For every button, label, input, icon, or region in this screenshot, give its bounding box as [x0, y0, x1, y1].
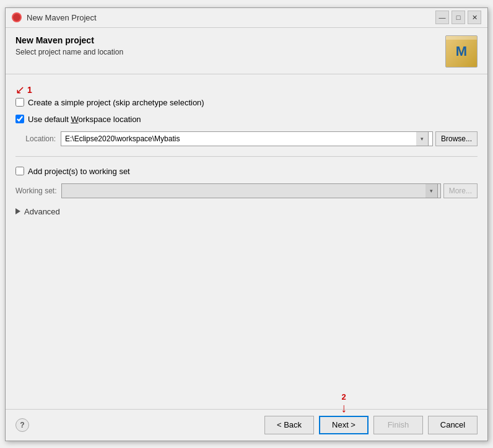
svg-point-0: [13, 14, 20, 21]
title-bar: New Maven Project — □ ✕: [6, 8, 487, 28]
working-set-label: Working set:: [15, 187, 56, 195]
title-controls: — □ ✕: [435, 11, 481, 24]
advanced-label: Advanced: [24, 207, 60, 216]
use-default-workspace-label[interactable]: Use default Workspace location: [15, 115, 478, 124]
footer-section: ? < Back 2 ↓ Next > Finish Cancel: [6, 409, 487, 441]
footer-buttons: < Back 2 ↓ Next > Finish Cancel: [264, 416, 478, 434]
working-set-input: [64, 187, 425, 195]
header-text: New Maven project Select project name an…: [15, 35, 445, 56]
back-button[interactable]: < Back: [264, 416, 314, 434]
arrow1-icon: ↙: [15, 83, 25, 97]
location-input-wrap: ▾ Browse...: [61, 131, 478, 146]
working-set-input-wrap: ▾ More...: [61, 183, 478, 198]
annotation-num-2: 2: [341, 392, 346, 402]
footer-left: ?: [15, 418, 29, 432]
dialog-subtitle: Select project name and location: [15, 48, 445, 56]
help-button[interactable]: ?: [15, 418, 29, 432]
annotation-row-1: ↙ 1: [15, 83, 478, 97]
browse-button[interactable]: Browse...: [435, 131, 478, 146]
add-working-set-row: Add project(s) to working set: [15, 167, 478, 176]
minimize-button[interactable]: —: [435, 11, 449, 24]
divider-1: [15, 156, 478, 157]
window-title: New Maven Project: [27, 13, 97, 22]
next-button[interactable]: Next >: [319, 416, 369, 434]
location-dropdown-arrow[interactable]: ▾: [416, 131, 429, 146]
finish-button[interactable]: Finish: [373, 416, 423, 434]
create-simple-row: ↙ 1 Create a simple project (skip archet…: [15, 83, 478, 107]
advanced-triangle-icon: [15, 208, 20, 214]
arrow2-icon: ↓: [341, 402, 347, 414]
create-simple-project-checkbox[interactable]: [15, 98, 24, 107]
add-working-set-label[interactable]: Add project(s) to working set: [15, 167, 478, 176]
dialog-title: New Maven project: [15, 35, 445, 45]
add-working-set-checkbox[interactable]: [15, 167, 24, 175]
header-section: New Maven project Select project name an…: [6, 28, 487, 74]
annotation-2: 2 ↓: [341, 392, 347, 414]
maximize-button[interactable]: □: [452, 11, 465, 24]
working-set-dropdown-arrow: ▾: [425, 183, 438, 198]
use-default-workspace-text: Use default Workspace location: [28, 115, 141, 124]
use-default-workspace-row: Use default Workspace location: [15, 115, 478, 124]
location-row: Location: ▾ Browse...: [15, 131, 478, 146]
form-section: ↙ 1 Create a simple project (skip archet…: [6, 74, 487, 409]
more-button[interactable]: More...: [443, 183, 478, 198]
content-area: New Maven project Select project name an…: [6, 28, 487, 441]
window-icon: [12, 12, 22, 22]
dialog-window: New Maven Project — □ ✕ New Maven projec…: [5, 7, 488, 441]
next-btn-container: 2 ↓ Next >: [319, 416, 369, 434]
create-simple-project-label[interactable]: Create a simple project (skip archetype …: [15, 98, 478, 107]
working-set-row: Working set: ▾ More...: [15, 183, 478, 198]
location-input[interactable]: [65, 133, 416, 144]
advanced-row[interactable]: Advanced: [15, 206, 478, 217]
cancel-button[interactable]: Cancel: [428, 416, 478, 434]
location-label: Location:: [15, 134, 56, 143]
close-button[interactable]: ✕: [468, 11, 481, 24]
title-bar-left: New Maven Project: [12, 12, 97, 22]
use-default-workspace-checkbox[interactable]: [15, 115, 24, 123]
annotation-num-1: 1: [27, 85, 32, 95]
maven-icon: M: [445, 35, 478, 68]
